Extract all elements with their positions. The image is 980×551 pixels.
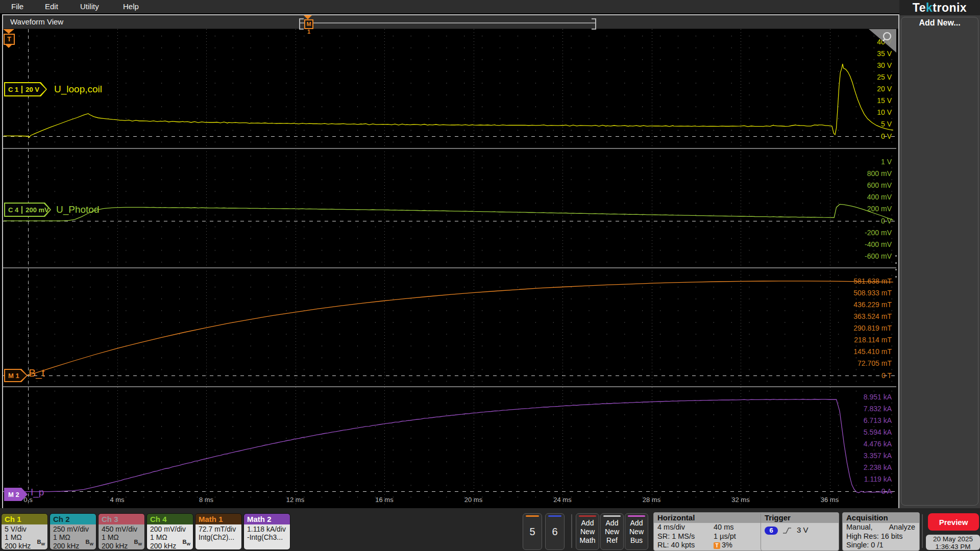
axis-label-math2: 2.238 kA bbox=[864, 463, 892, 472]
axis-label-math2: 3.357 kA bbox=[864, 452, 892, 460]
acq-single: Single: 0 /1 bbox=[843, 541, 919, 550]
channel-badge-ch4[interactable]: Ch 4200 mV/div1 MΩ200 kHzBW bbox=[146, 513, 193, 550]
channel-badge-5[interactable]: 5 bbox=[523, 513, 542, 550]
channel-badge-6[interactable]: 6 bbox=[545, 513, 565, 550]
axis-label-math1: 72.705 mT bbox=[857, 359, 892, 368]
time-tick-label: 4 ms bbox=[110, 496, 124, 504]
channel-badge-row: 72.7 mT/div bbox=[199, 525, 241, 533]
axis-label-ch1: 35 V bbox=[877, 49, 892, 58]
waveform-panel-ch4[interactable] bbox=[3, 148, 896, 268]
bottom-settings-bar: Horizontal 4 ms/div40 msSR: 1 MS/s1 µs/p… bbox=[0, 508, 980, 551]
sidebar: Tektronix Add New... CursorsCalloutMeasu… bbox=[899, 0, 980, 508]
graticule[interactable]: 40 V35 V30 V25 V20 V15 V10 V5 V0 V1 V800… bbox=[3, 29, 896, 507]
logo-text-2: tronix bbox=[933, 1, 967, 14]
date-label: 20 May 2025 bbox=[926, 535, 980, 543]
channel-badge-row: 250 mV/div bbox=[53, 525, 96, 533]
wave-label-math1[interactable]: B_t bbox=[29, 366, 45, 380]
trigger-panel[interactable]: Trigger 6 3 V bbox=[761, 512, 839, 551]
channel-badge-row: 5 V/div bbox=[5, 525, 47, 533]
axis-label-math2: 0 A bbox=[881, 487, 892, 496]
axis-label-ch1: 10 V bbox=[877, 108, 892, 117]
oscilloscope-app: FileEditUtilityHelp Waveform View 40 V35… bbox=[0, 0, 980, 551]
bandwidth-badge: BW bbox=[85, 538, 93, 548]
acq-mode: Manual, bbox=[846, 523, 873, 532]
button-color-stripe bbox=[579, 515, 596, 517]
horizontal-panel[interactable]: Horizontal 4 ms/div40 msSR: 1 MS/s1 µs/p… bbox=[653, 512, 765, 551]
axis-label-ch4: 200 mV bbox=[867, 205, 892, 213]
record-view-line[interactable] bbox=[300, 22, 595, 23]
bandwidth-badge: BW bbox=[182, 538, 190, 548]
badge-text: C 1 bbox=[5, 86, 21, 93]
record-trigger-marker[interactable]: M 1 bbox=[304, 19, 313, 29]
add-new-ref-button[interactable]: Add New Ref bbox=[600, 513, 624, 550]
axis-label-ch4: -600 mV bbox=[865, 252, 892, 261]
horizontal-value-right: T3% bbox=[714, 541, 732, 550]
badge-ch4[interactable]: C 4200 mV bbox=[4, 203, 51, 217]
separator bbox=[571, 514, 572, 548]
panel-separator[interactable] bbox=[3, 148, 896, 149]
menu-item-file[interactable]: File bbox=[11, 2, 23, 11]
axis-label-ch4: -400 mV bbox=[865, 240, 892, 249]
time-tick-label: 28 ms bbox=[643, 496, 660, 504]
channel-number: 5 bbox=[529, 526, 535, 538]
axis-label-math2: 1.119 kA bbox=[864, 475, 892, 484]
panel-separator[interactable] bbox=[3, 267, 896, 268]
menu-item-utility[interactable]: Utility bbox=[80, 2, 99, 11]
channel-badge-row: -Intg(Ch3... bbox=[247, 533, 290, 541]
axis-label-math1: 218.114 mT bbox=[854, 336, 892, 344]
acquisition-title: Acquisition bbox=[843, 513, 919, 523]
menu-item-help[interactable]: Help bbox=[123, 2, 139, 11]
badge-ch1[interactable]: C 120 V bbox=[4, 82, 47, 96]
horizontal-value-right: 1 µs/pt bbox=[714, 532, 736, 541]
axis-label-ch1: 5 V bbox=[881, 120, 892, 129]
waveform-panel-math1[interactable] bbox=[3, 268, 896, 387]
acquisition-panel[interactable]: Acquisition Manual, Analyze High Res: 16… bbox=[842, 512, 920, 551]
badge-math2[interactable]: M 2 bbox=[4, 488, 28, 501]
axis-label-math1: 581.638 mT bbox=[853, 277, 892, 286]
horizontal-row: SR: 1 MS/s1 µs/pt bbox=[654, 532, 764, 541]
axis-label-ch4: 0 V bbox=[881, 217, 892, 226]
panel-separator[interactable] bbox=[3, 386, 896, 387]
button-color-stripe bbox=[628, 515, 645, 517]
add-new-bus-button[interactable]: Add New Bus bbox=[625, 513, 648, 550]
channel-color-stripe bbox=[526, 515, 539, 517]
record-view-right-bracket bbox=[592, 18, 596, 30]
channel-badge-ch3[interactable]: Ch 3450 mV/div1 MΩ200 kHzBW bbox=[98, 513, 145, 550]
channel-badge-math1[interactable]: Math 172.7 mT/divIntg(Ch2)... bbox=[195, 513, 242, 550]
add-new-label: Add New Math bbox=[579, 519, 595, 545]
channel-badge-row: 1.118 kA/div bbox=[247, 525, 290, 533]
channel-badge-ch2[interactable]: Ch 2250 mV/div1 MΩ200 kHzBW bbox=[50, 513, 96, 550]
rising-edge-icon bbox=[782, 527, 792, 535]
badge-text: M 2 bbox=[5, 491, 22, 498]
trigger-source-pill: 6 bbox=[765, 527, 778, 535]
brand-area: Tektronix bbox=[899, 0, 980, 15]
menu-bar: FileEditUtilityHelp bbox=[0, 0, 899, 13]
trigger-level: 3 V bbox=[797, 525, 808, 534]
wave-label-ch4[interactable]: U_Photod bbox=[56, 203, 100, 217]
wave-label-ch1[interactable]: U_loop,coil bbox=[54, 82, 102, 96]
time-tick-label: 8 ms bbox=[199, 496, 213, 504]
channel-badge-ch1[interactable]: Ch 15 V/div1 MΩ200 kHzBW bbox=[1, 513, 48, 550]
channel-badge-header: Ch 4 bbox=[147, 514, 193, 524]
menu-item-edit[interactable]: Edit bbox=[45, 2, 58, 11]
channel-badge-row: Intg(Ch2)... bbox=[199, 533, 241, 541]
badge-math1[interactable]: M 1 bbox=[4, 369, 28, 382]
splitter-drag-handle[interactable] bbox=[894, 255, 897, 278]
waveform-panel-ch1[interactable] bbox=[3, 29, 896, 148]
acq-analyze: Analyze bbox=[889, 523, 915, 532]
axis-label-ch1: 30 V bbox=[877, 61, 892, 70]
axis-label-ch4: 600 mV bbox=[867, 181, 892, 190]
waveform-panel-math2[interactable] bbox=[3, 387, 896, 507]
channel-badge-math2[interactable]: Math 21.118 kA/div-Intg(Ch3... bbox=[243, 513, 290, 550]
horizontal-value-left: SR: 1 MS/s bbox=[657, 532, 714, 541]
add-new-math-button[interactable]: Add New Math bbox=[576, 513, 599, 550]
logo-text: Te bbox=[913, 1, 926, 14]
add-new-label: Add New Bus bbox=[629, 519, 644, 545]
channel-badge-row: 200 mV/div bbox=[150, 525, 193, 533]
axis-label-ch4: 1 V bbox=[881, 158, 892, 166]
wave-label-math2[interactable]: I_p bbox=[31, 485, 44, 499]
channel-badge-row: 450 mV/div bbox=[102, 525, 144, 533]
preview-button[interactable]: Preview bbox=[928, 513, 979, 531]
waveform-view-window: Waveform View 40 V35 V30 V25 V20 V15 V10… bbox=[2, 14, 899, 509]
channel-badge-header: Math 2 bbox=[244, 514, 290, 524]
